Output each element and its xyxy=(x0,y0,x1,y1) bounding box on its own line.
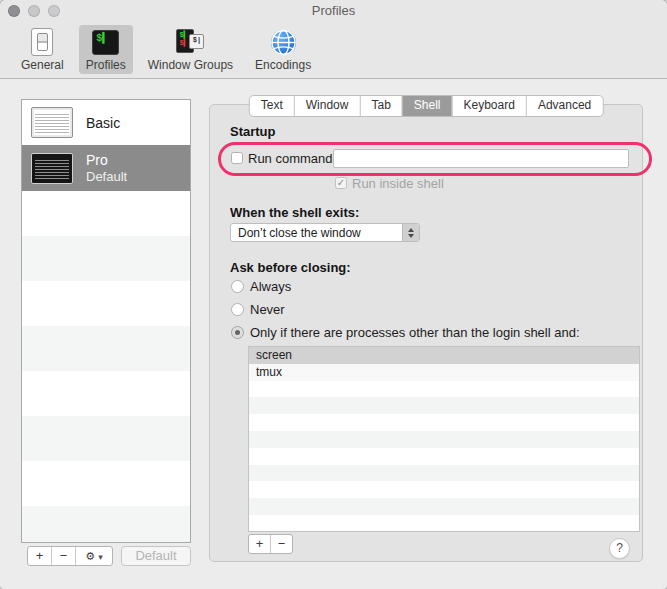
preferences-toolbar: General $▍ Profiles $▍$▍ $| Window Group… xyxy=(0,22,667,79)
radio-never-label: Never xyxy=(250,302,285,317)
toolbar-item-general[interactable]: General xyxy=(14,25,71,74)
toolbar-item-window-groups[interactable]: $▍$▍ $| Window Groups xyxy=(141,25,240,74)
add-profile-button[interactable]: + xyxy=(28,547,51,565)
tab-shell[interactable]: Shell xyxy=(402,96,452,116)
toolbar-item-label: Window Groups xyxy=(148,58,233,72)
startup-heading: Startup xyxy=(230,124,276,139)
profile-thumbnail-basic xyxy=(31,107,73,138)
empty-row xyxy=(22,191,190,236)
ask-before-closing-heading: Ask before closing: xyxy=(230,260,351,275)
process-row[interactable]: tmux xyxy=(249,364,639,381)
stepper-icon xyxy=(402,224,419,241)
empty-row xyxy=(249,397,639,414)
empty-row xyxy=(249,481,639,498)
empty-row xyxy=(22,416,190,461)
profile-row-pro[interactable]: Pro Default xyxy=(22,145,190,191)
encodings-icon xyxy=(269,28,297,56)
tab-text[interactable]: Text xyxy=(250,96,294,116)
checkmark-icon: ✓ xyxy=(337,177,345,188)
radio-only-if-processes[interactable] xyxy=(231,326,244,339)
profile-actions-button[interactable]: ⚙ ▾ xyxy=(75,547,112,565)
empty-row xyxy=(249,381,639,398)
profile-thumbnail-pro xyxy=(31,153,73,184)
shell-exits-value: Don’t close the window xyxy=(231,226,402,240)
remove-process-button[interactable]: − xyxy=(270,535,292,553)
profile-name: Basic xyxy=(86,115,120,131)
gear-icon: ⚙ xyxy=(85,550,95,562)
profile-row-basic[interactable]: Basic xyxy=(22,100,190,145)
empty-row xyxy=(22,236,190,281)
empty-row xyxy=(249,465,639,482)
tab-advanced[interactable]: Advanced xyxy=(526,96,602,116)
empty-row xyxy=(22,281,190,326)
toolbar-item-encodings[interactable]: Encodings xyxy=(248,25,318,74)
profiles-icon: $▍ xyxy=(92,28,120,56)
process-row[interactable]: screen xyxy=(249,347,639,364)
radio-always[interactable] xyxy=(231,280,244,293)
empty-row xyxy=(22,506,190,543)
empty-row xyxy=(249,515,639,532)
empty-row xyxy=(249,448,639,465)
window-title: Profiles xyxy=(0,3,667,18)
add-process-button[interactable]: + xyxy=(249,535,270,553)
set-default-button[interactable]: Default xyxy=(121,546,191,566)
radio-only-if-processes-label: Only if there are processes other than t… xyxy=(250,325,580,340)
radio-never[interactable] xyxy=(231,303,244,316)
run-inside-shell-label: Run inside shell xyxy=(352,176,444,191)
empty-row xyxy=(249,431,639,448)
tab-keyboard[interactable]: Keyboard xyxy=(452,96,526,116)
profile-list: Basic Pro Default xyxy=(21,99,191,543)
run-command-checkbox[interactable] xyxy=(231,152,243,164)
empty-row xyxy=(22,371,190,416)
toolbar-item-label: Encodings xyxy=(255,58,311,72)
preferences-window: Profiles General $▍ Profiles $▍$▍ $| Win… xyxy=(0,0,667,589)
run-command-label: Run command: xyxy=(248,151,336,166)
help-icon: ? xyxy=(616,541,623,555)
process-list: screen tmux xyxy=(248,346,640,532)
radio-always-label: Always xyxy=(250,279,291,294)
tab-window[interactable]: Window xyxy=(294,96,360,116)
shell-exits-select[interactable]: Don’t close the window xyxy=(230,223,420,242)
chevron-up-icon xyxy=(408,228,414,232)
shell-settings-pane: Text Window Tab Shell Keyboard Advanced … xyxy=(209,104,643,562)
window-groups-icon: $▍$▍ $| xyxy=(176,28,204,56)
toolbar-item-label: General xyxy=(21,58,64,72)
profile-name: Pro xyxy=(86,152,127,168)
general-icon xyxy=(28,28,56,56)
profile-default-badge: Default xyxy=(86,169,127,184)
chevron-down-icon xyxy=(408,234,414,238)
tab-tab[interactable]: Tab xyxy=(359,96,401,116)
shell-exits-heading: When the shell exits: xyxy=(230,205,359,220)
run-inside-shell-checkbox[interactable]: ✓ xyxy=(335,177,347,189)
remove-profile-button[interactable]: − xyxy=(51,547,75,565)
empty-row xyxy=(22,461,190,506)
titlebar: Profiles xyxy=(0,0,667,22)
profile-tabbar: Text Window Tab Shell Keyboard Advanced xyxy=(249,95,604,117)
profile-list-buttons: + − ⚙ ▾ Default xyxy=(27,546,191,566)
run-command-input[interactable] xyxy=(333,149,629,168)
toolbar-item-label: Profiles xyxy=(86,58,126,72)
empty-row xyxy=(249,498,639,515)
process-list-buttons: + − xyxy=(248,534,293,554)
empty-row xyxy=(22,326,190,371)
help-button[interactable]: ? xyxy=(609,538,630,559)
chevron-down-icon: ▾ xyxy=(98,552,103,562)
toolbar-item-profiles[interactable]: $▍ Profiles xyxy=(79,25,133,74)
empty-row xyxy=(249,414,639,431)
